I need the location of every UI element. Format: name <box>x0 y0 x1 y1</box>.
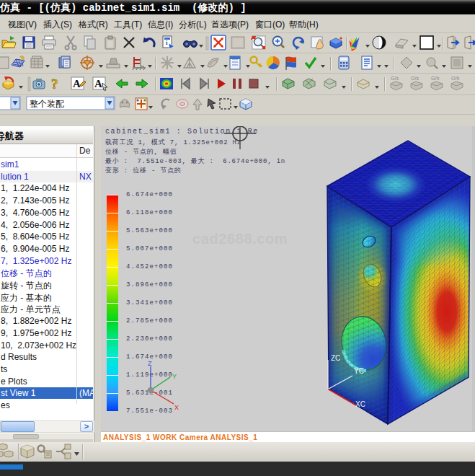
svg-text:A: A <box>94 78 102 89</box>
svg-text:YC: YC <box>354 367 364 375</box>
svg-text:XC: XC <box>355 400 365 408</box>
svg-text:A: A <box>73 78 81 89</box>
svg-text:Z: Z <box>148 361 152 367</box>
svg-text:O/s: O/s <box>411 76 419 81</box>
svg-text:Y: Y <box>172 373 177 380</box>
svg-text:ZC: ZC <box>331 354 340 362</box>
svg-text:X: X <box>174 404 179 411</box>
svg-text:G/s: G/s <box>391 76 399 81</box>
svg-text:整个装配: 整个装配 <box>30 99 64 109</box>
svg-text:O/h: O/h <box>451 76 459 81</box>
svg-text:G/h: G/h <box>431 76 439 81</box>
svg-text:?: ? <box>51 76 58 92</box>
